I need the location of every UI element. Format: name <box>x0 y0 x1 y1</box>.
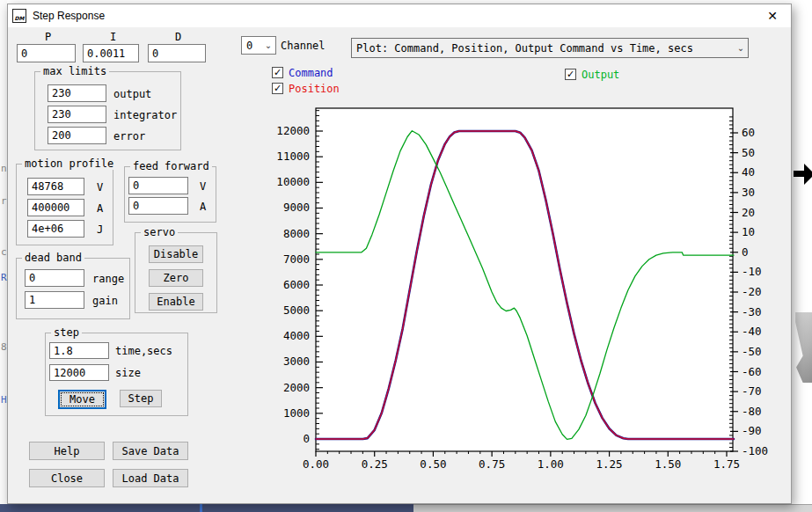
svg-text:-30: -30 <box>742 305 762 318</box>
p-label: P <box>45 31 51 43</box>
svg-text:-60: -60 <box>742 365 762 378</box>
flowchart-arrow-head-icon <box>804 164 812 185</box>
plot-type-value: Plot: Command, Position, Output Command … <box>352 42 734 55</box>
d-label: D <box>175 31 181 43</box>
svg-text:0.00: 0.00 <box>303 457 329 471</box>
svg-text:-20: -20 <box>742 285 762 298</box>
max-integrator-label: integrator <box>113 109 177 121</box>
step-response-dialog: DM Step Response ✕ P I D 0 ⌄ Channel Plo… <box>7 4 792 504</box>
svg-text:4000: 4000 <box>283 329 310 342</box>
move-button[interactable]: Move <box>58 390 106 409</box>
p-gain-field[interactable] <box>17 44 76 62</box>
dead-band-gain-field[interactable] <box>25 291 84 309</box>
acceleration-label: A <box>97 202 103 215</box>
position-legend-label: Position <box>289 83 340 95</box>
max-error-label: error <box>113 130 145 143</box>
svg-text:30: 30 <box>742 186 755 199</box>
i-label: I <box>110 31 116 43</box>
svg-text:10: 10 <box>742 225 755 238</box>
acceleration-field[interactable] <box>27 199 84 216</box>
background-bottom-band-right <box>413 504 812 512</box>
plot-type-select[interactable]: Plot: Command, Position, Output Command … <box>351 38 749 58</box>
jerk-field[interactable] <box>27 220 84 238</box>
motion-profile-title: motion profile <box>22 157 116 170</box>
svg-text:0.25: 0.25 <box>362 457 388 471</box>
close-button[interactable]: Close <box>29 469 105 487</box>
svg-text:0: 0 <box>303 432 310 445</box>
velocity-field[interactable] <box>27 178 84 195</box>
svg-text:40: 40 <box>742 165 755 179</box>
background-text-fragment: H <box>1 394 7 406</box>
max-error-field[interactable] <box>48 127 106 144</box>
svg-text:50: 50 <box>742 146 755 159</box>
y-right-axis: -100-90-80-70-60-50-40-30-20-10010203040… <box>729 117 768 457</box>
velocity-label: V <box>97 181 103 194</box>
svg-text:9000: 9000 <box>283 201 310 214</box>
svg-text:0.75: 0.75 <box>479 457 505 471</box>
jerk-label: J <box>97 223 103 236</box>
background-text-fragment: c <box>1 246 7 258</box>
load-data-button[interactable]: Load Data <box>113 469 188 487</box>
background-text-fragment: 8( <box>1 341 7 353</box>
background-window-left-sliver: nrcR8(H <box>0 0 7 504</box>
help-button[interactable]: Help <box>29 442 105 460</box>
output-legend-label: Output <box>582 69 619 81</box>
ff-acceleration-field[interactable] <box>128 197 188 215</box>
svg-text:5000: 5000 <box>283 304 310 317</box>
svg-text:1.00: 1.00 <box>538 457 564 471</box>
command-checkbox[interactable]: ✓ <box>272 67 283 78</box>
svg-text:1000: 1000 <box>283 406 310 420</box>
channel-label: Channel <box>281 40 326 52</box>
step-button[interactable]: Step <box>120 390 162 407</box>
svg-text:6000: 6000 <box>283 278 310 291</box>
gray-3d-arrow-icon <box>792 312 812 383</box>
ff-velocity-label: V <box>200 180 206 193</box>
step-time-label: time,secs <box>115 345 172 357</box>
svg-text:-50: -50 <box>742 345 762 358</box>
title-bar: DM Step Response ✕ <box>8 4 791 27</box>
svg-text:20: 20 <box>742 206 755 219</box>
step-title: step <box>51 326 82 339</box>
step-size-field[interactable] <box>49 364 109 381</box>
dead-band-range-label: range <box>92 273 124 285</box>
position-checkbox[interactable]: ✓ <box>272 83 283 94</box>
dead-band-range-field[interactable] <box>25 269 84 287</box>
save-data-button[interactable]: Save Data <box>113 442 188 460</box>
svg-text:-90: -90 <box>742 424 762 437</box>
svg-text:-10: -10 <box>742 265 762 278</box>
window-title: Step Response <box>33 10 105 22</box>
check-icon: ✓ <box>567 69 574 79</box>
background-accent-line <box>200 504 202 512</box>
d-gain-field[interactable] <box>148 44 206 62</box>
svg-text:11000: 11000 <box>276 150 310 163</box>
background-text-fragment: r <box>1 195 7 207</box>
svg-text:1.50: 1.50 <box>655 457 681 471</box>
max-integrator-field[interactable] <box>48 106 106 123</box>
background-text-fragment: n <box>1 163 7 174</box>
close-window-button[interactable]: ✕ <box>757 4 787 26</box>
svg-text:1.75: 1.75 <box>713 457 740 471</box>
step-time-field[interactable] <box>49 342 109 359</box>
svg-text:3000: 3000 <box>283 355 310 368</box>
output-checkbox[interactable]: ✓ <box>565 69 576 80</box>
svg-text:12000: 12000 <box>276 124 310 137</box>
ff-velocity-field[interactable] <box>128 177 188 194</box>
dead-band-gain-label: gain <box>92 295 118 307</box>
background-window-bottom-band <box>0 504 413 512</box>
dead-band-group: dead band <box>16 258 130 319</box>
channel-select[interactable]: 0 ⌄ <box>241 36 276 55</box>
servo-enable-button[interactable]: Enable <box>149 293 203 311</box>
servo-zero-button[interactable]: Zero <box>149 269 203 287</box>
svg-text:1.25: 1.25 <box>596 457 623 471</box>
i-gain-field[interactable] <box>83 44 139 62</box>
max-output-field[interactable] <box>48 84 106 102</box>
x-axis: 0.000.250.500.751.001.251.501.75 <box>303 451 740 471</box>
svg-text:-40: -40 <box>742 325 762 338</box>
plot-background <box>316 108 733 451</box>
svg-text:-80: -80 <box>742 405 762 418</box>
max-output-label: output <box>113 88 151 100</box>
svg-text:7000: 7000 <box>283 252 310 266</box>
feed-forward-title: feed forward <box>130 160 212 172</box>
svg-text:8000: 8000 <box>283 227 310 240</box>
servo-disable-button[interactable]: Disable <box>149 245 203 263</box>
